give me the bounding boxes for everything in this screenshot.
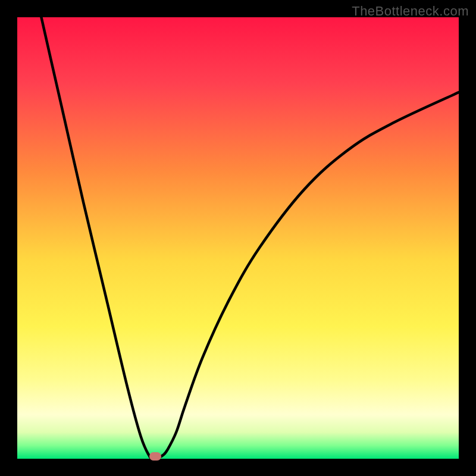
optimal-point-marker <box>149 452 161 461</box>
chart-area <box>17 17 459 459</box>
bottleneck-curve <box>17 17 459 459</box>
chart-container: TheBottleneck.com <box>0 0 476 476</box>
watermark-text: TheBottleneck.com <box>352 4 469 19</box>
